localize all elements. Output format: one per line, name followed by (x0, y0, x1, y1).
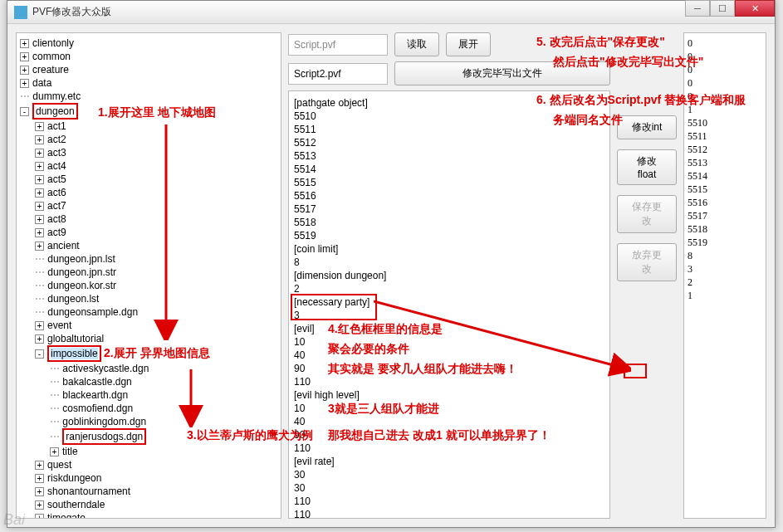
minimize-button[interactable]: ─ (685, 0, 710, 17)
value-item[interactable]: 5514 (688, 169, 762, 183)
tree-toggle-icon[interactable]: + (35, 135, 44, 144)
tree-toggle-icon[interactable]: + (35, 228, 44, 237)
tree-toggle-icon[interactable]: + (35, 461, 44, 470)
tree-item[interactable]: +southerndale (20, 498, 277, 511)
tree-item[interactable]: +event (20, 319, 277, 332)
value-item[interactable]: 5515 (688, 183, 762, 196)
tree-item[interactable]: +riskdungeon (20, 471, 277, 485)
tree-label: ranjerusdogs.dgn (66, 431, 143, 442)
tree-item[interactable]: +act7 (20, 199, 277, 212)
maximize-button[interactable]: ☐ (710, 0, 735, 17)
script-editor[interactable]: [pathgate object] 5510 5511 5512 5513 55… (288, 90, 610, 519)
tree-toggle-icon[interactable]: + (35, 514, 44, 519)
tree-item[interactable]: +act3 (20, 146, 277, 159)
tree-toggle-icon[interactable]: + (35, 334, 44, 344)
value-item[interactable]: 0 (688, 76, 762, 90)
tree-item[interactable]: ⋯ activeskycastle.dgn (20, 362, 277, 375)
value-item[interactable]: 1 (688, 289, 762, 302)
tree-item[interactable]: +act4 (20, 159, 277, 173)
value-item[interactable]: 5519 (688, 236, 762, 249)
value-item[interactable]: 0 (688, 63, 762, 76)
tree-toggle-icon[interactable]: + (35, 188, 44, 198)
tree-item[interactable]: ⋯ dungeon.jpn.str (20, 266, 277, 279)
tree-label: cosmofiend.dgn (62, 403, 133, 414)
value-item[interactable]: 5512 (688, 143, 762, 156)
tree-item[interactable]: ⋯ dungeon.kor.str (20, 279, 277, 292)
tree-item[interactable]: ⋯ goblinkingdom.dgn (20, 415, 277, 428)
discard-changes-button[interactable]: 放弃更改 (617, 243, 677, 281)
tree-item[interactable]: ⋯ ranjerusdogs.dgn (20, 428, 277, 445)
modify-int-button[interactable]: 修改int (617, 115, 677, 139)
tree-item[interactable]: ⋯ dungeon.jpn.lst (20, 252, 277, 266)
value-item[interactable]: 8 (688, 249, 762, 262)
value-item[interactable]: 5511 (688, 129, 762, 143)
tree-item[interactable]: ⋯ dummy.etc (20, 90, 277, 103)
tree-toggle-icon[interactable]: + (35, 474, 44, 483)
tree-item[interactable]: +act5 (20, 173, 277, 186)
tree-item[interactable]: +act9 (20, 226, 277, 239)
tree-toggle-icon[interactable]: + (35, 487, 44, 496)
tree-item[interactable]: -impossible (20, 345, 277, 362)
tree-item[interactable]: +ancient (20, 239, 277, 252)
tree-leaf-icon: ⋯ (35, 253, 43, 265)
output-file-input[interactable] (288, 63, 388, 85)
tree-toggle-icon[interactable]: + (50, 447, 59, 456)
tree-item[interactable]: ⋯ dungeonsample.dgn (20, 305, 277, 319)
tree-item[interactable]: +act6 (20, 186, 277, 199)
value-item[interactable]: 5513 (688, 156, 762, 169)
tree-item[interactable]: +timegate (20, 511, 277, 519)
read-button[interactable]: 读取 (394, 32, 439, 56)
tree-item[interactable]: +clientonly (20, 37, 277, 50)
tree-item[interactable]: +act1 (20, 120, 277, 133)
value-item[interactable]: 0 (688, 90, 762, 103)
tree-item[interactable]: -dungeon (20, 103, 277, 120)
tree-toggle-icon[interactable]: + (35, 175, 44, 184)
tree-toggle-icon[interactable]: + (20, 52, 29, 61)
tree-toggle-icon[interactable]: + (20, 39, 29, 48)
tree-item[interactable]: +quest (20, 458, 277, 471)
save-changes-button[interactable]: 保存更改 (617, 195, 677, 233)
tree-label: bakalcastle.dgn (62, 376, 131, 388)
tree-toggle-icon[interactable]: + (35, 215, 44, 224)
value-item[interactable]: 5517 (688, 209, 762, 222)
tree-toggle-icon[interactable]: + (35, 149, 44, 158)
tree-toggle-icon[interactable]: + (35, 162, 44, 171)
value-item[interactable]: 3 (688, 262, 762, 276)
tree-toggle-icon[interactable]: - (35, 349, 44, 359)
modify-float-button[interactable]: 修改float (617, 149, 677, 185)
tree-label: dungeon.jpn.str (47, 266, 116, 278)
tree-toggle-icon[interactable]: + (35, 202, 44, 211)
tree-item[interactable]: ⋯ cosmofiend.dgn (20, 402, 277, 415)
file-tree[interactable]: +clientonly+common+creature+data⋯ dummy.… (16, 32, 281, 519)
close-button[interactable]: ✕ (735, 0, 775, 17)
tree-toggle-icon[interactable]: + (20, 66, 29, 75)
tree-item[interactable]: ⋯ blackearth.dgn (20, 388, 277, 402)
tree-item[interactable]: +data (20, 76, 277, 90)
value-list[interactable]: 0000015510551155125513551455155516551755… (683, 32, 766, 519)
tree-item[interactable]: +creature (20, 63, 277, 76)
tree-toggle-icon[interactable]: + (35, 242, 44, 251)
expand-button[interactable]: 展开 (446, 32, 491, 56)
tree-item[interactable]: +globaltutorial (20, 332, 277, 345)
tree-toggle-icon[interactable]: + (35, 321, 44, 330)
value-item[interactable]: 5510 (688, 116, 762, 129)
value-item[interactable]: 5516 (688, 196, 762, 209)
value-item[interactable]: 0 (688, 50, 762, 63)
tree-item[interactable]: +title (20, 445, 277, 458)
tree-item[interactable]: +common (20, 50, 277, 63)
value-item[interactable]: 0 (688, 37, 762, 50)
script-path-display (288, 34, 388, 56)
value-item[interactable]: 2 (688, 276, 762, 289)
write-file-button[interactable]: 修改完毕写出文件 (394, 61, 610, 85)
tree-item[interactable]: ⋯ dungeon.lst (20, 292, 277, 305)
tree-toggle-icon[interactable]: + (20, 79, 29, 88)
tree-item[interactable]: +act2 (20, 133, 277, 146)
value-item[interactable]: 1 (688, 103, 762, 116)
tree-toggle-icon[interactable]: + (35, 500, 44, 510)
value-item[interactable]: 5518 (688, 222, 762, 236)
tree-item[interactable]: +act8 (20, 212, 277, 226)
tree-toggle-icon[interactable]: - (20, 107, 29, 116)
tree-item[interactable]: +shonantournament (20, 485, 277, 498)
tree-item[interactable]: ⋯ bakalcastle.dgn (20, 375, 277, 388)
tree-toggle-icon[interactable]: + (35, 122, 44, 131)
